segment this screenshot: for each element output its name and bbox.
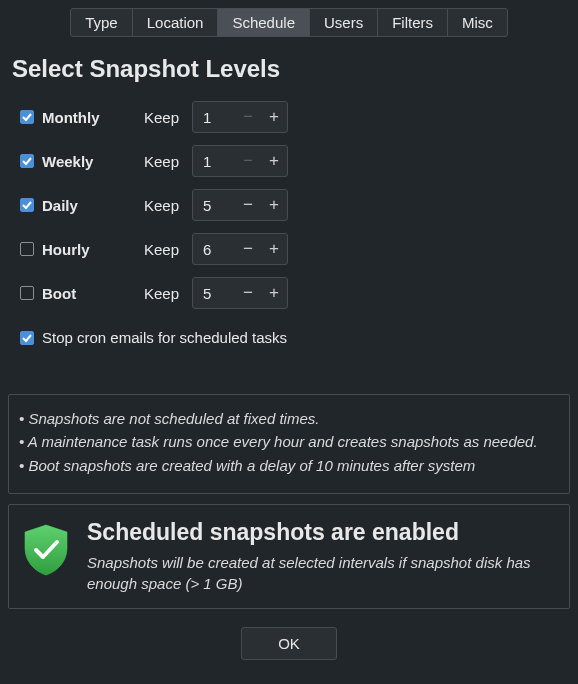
keep-value[interactable]: 6 <box>193 241 235 258</box>
level-label: Weekly <box>42 153 93 170</box>
level-checkbox-boot[interactable] <box>20 286 34 300</box>
level-row-monthly: MonthlyKeep1−+ <box>20 101 570 133</box>
keep-label: Keep <box>144 153 192 170</box>
tab-type[interactable]: Type <box>70 8 133 37</box>
tab-location[interactable]: Location <box>132 8 219 37</box>
level-row-weekly: WeeklyKeep1−+ <box>20 145 570 177</box>
keep-value[interactable]: 5 <box>193 197 235 214</box>
cron-email-label: Stop cron emails for scheduled tasks <box>42 329 287 346</box>
minus-icon[interactable]: − <box>235 146 261 176</box>
keep-label: Keep <box>144 241 192 258</box>
level-checkbox-daily[interactable] <box>20 198 34 212</box>
page-title: Select Snapshot Levels <box>12 55 570 83</box>
keep-spinner-boot[interactable]: 5−+ <box>192 277 288 309</box>
shield-check-icon <box>21 523 71 577</box>
keep-spinner-monthly[interactable]: 1−+ <box>192 101 288 133</box>
snapshot-levels: MonthlyKeep1−+WeeklyKeep1−+DailyKeep5−+H… <box>20 101 570 309</box>
keep-label: Keep <box>144 109 192 126</box>
keep-label: Keep <box>144 197 192 214</box>
info-line: • A maintenance task runs once every hou… <box>19 430 559 453</box>
level-label: Boot <box>42 285 76 302</box>
tab-bar: TypeLocationScheduleUsersFiltersMisc <box>8 0 570 51</box>
status-body: Snapshots will be created at selected in… <box>87 552 557 594</box>
keep-spinner-weekly[interactable]: 1−+ <box>192 145 288 177</box>
level-label: Hourly <box>42 241 90 258</box>
status-title: Scheduled snapshots are enabled <box>87 519 557 546</box>
level-row-hourly: HourlyKeep6−+ <box>20 233 570 265</box>
info-line: • Snapshots are not scheduled at fixed t… <box>19 407 559 430</box>
plus-icon[interactable]: + <box>261 234 287 264</box>
status-panel: Scheduled snapshots are enabled Snapshot… <box>8 504 570 609</box>
level-checkbox-monthly[interactable] <box>20 110 34 124</box>
keep-spinner-hourly[interactable]: 6−+ <box>192 233 288 265</box>
level-checkbox-hourly[interactable] <box>20 242 34 256</box>
plus-icon[interactable]: + <box>261 190 287 220</box>
plus-icon[interactable]: + <box>261 102 287 132</box>
minus-icon[interactable]: − <box>235 190 261 220</box>
tab-schedule[interactable]: Schedule <box>217 8 310 37</box>
level-label: Daily <box>42 197 78 214</box>
level-label: Monthly <box>42 109 100 126</box>
minus-icon[interactable]: − <box>235 278 261 308</box>
info-panel: • Snapshots are not scheduled at fixed t… <box>8 394 570 494</box>
level-row-daily: DailyKeep5−+ <box>20 189 570 221</box>
info-line: • Boot snapshots are created with a dela… <box>19 454 559 477</box>
keep-value[interactable]: 5 <box>193 285 235 302</box>
minus-icon[interactable]: − <box>235 234 261 264</box>
keep-label: Keep <box>144 285 192 302</box>
plus-icon[interactable]: + <box>261 146 287 176</box>
keep-value[interactable]: 1 <box>193 153 235 170</box>
tab-misc[interactable]: Misc <box>447 8 508 37</box>
minus-icon[interactable]: − <box>235 102 261 132</box>
ok-button[interactable]: OK <box>241 627 337 660</box>
level-checkbox-weekly[interactable] <box>20 154 34 168</box>
tab-users[interactable]: Users <box>309 8 378 37</box>
cron-email-checkbox[interactable] <box>20 331 34 345</box>
level-row-boot: BootKeep5−+ <box>20 277 570 309</box>
cron-email-row: Stop cron emails for scheduled tasks <box>20 329 570 346</box>
tab-filters[interactable]: Filters <box>377 8 448 37</box>
plus-icon[interactable]: + <box>261 278 287 308</box>
keep-spinner-daily[interactable]: 5−+ <box>192 189 288 221</box>
keep-value[interactable]: 1 <box>193 109 235 126</box>
